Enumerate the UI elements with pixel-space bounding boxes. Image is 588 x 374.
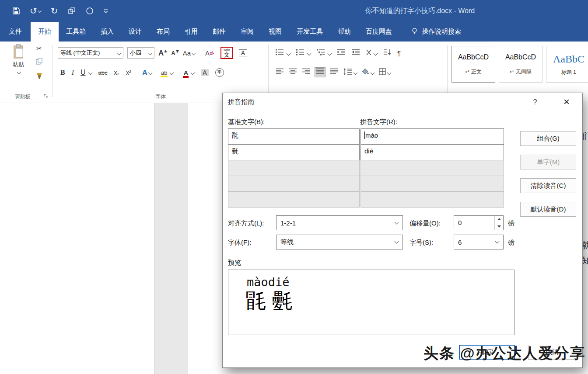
text-highlight-button[interactable]: ab xyxy=(161,70,167,76)
single-character-button: 单字(M) xyxy=(520,155,576,170)
preview-label: 预览 xyxy=(228,259,241,267)
underline-button[interactable]: U xyxy=(80,69,86,76)
clipboard-group-label: 剪贴板 xyxy=(0,93,46,100)
page-gap xyxy=(154,103,188,374)
strikethrough-button[interactable]: abc xyxy=(98,70,108,76)
superscript-button[interactable]: x² xyxy=(126,69,131,76)
ruby-text-field-2[interactable]: dié xyxy=(360,144,504,160)
italic-button[interactable]: I xyxy=(72,69,74,76)
increase-indent-icon[interactable] xyxy=(351,48,360,58)
phonetic-guide-button[interactable]: wén 文 xyxy=(220,47,233,59)
shrink-font-button[interactable]: A xyxy=(171,50,178,56)
line-spacing-icon[interactable] xyxy=(343,68,357,77)
offset-spinner[interactable]: 0 xyxy=(454,215,504,230)
change-case-button[interactable]: Aa xyxy=(183,50,195,56)
character-shading-button[interactable]: A xyxy=(201,69,208,76)
asian-layout-icon[interactable] xyxy=(366,49,377,58)
shading-icon[interactable] xyxy=(362,68,374,77)
justify-icon[interactable] xyxy=(315,68,325,77)
text-effects-button[interactable]: A xyxy=(142,69,152,76)
base-text-field-1[interactable]: 毷 xyxy=(228,128,360,145)
base-text-field-2[interactable]: 氎 xyxy=(228,144,360,160)
paste-button[interactable]: 粘贴 xyxy=(7,44,30,76)
alignment-combo[interactable]: 1-2-1 xyxy=(276,215,403,230)
character-border-button[interactable]: A xyxy=(239,49,247,56)
clear-reading-button[interactable]: 清除读音(C) xyxy=(520,178,576,193)
subscript-button[interactable]: x₂ xyxy=(114,69,119,76)
font-color-button[interactable]: A xyxy=(183,69,188,76)
font-size-combo[interactable]: 小四 xyxy=(127,47,154,59)
ruby-text-field-1[interactable]: mào xyxy=(360,128,504,145)
dialog-title: 拼音指南 xyxy=(228,98,254,106)
tell-me-search[interactable]: 操作说明搜索 xyxy=(411,22,461,42)
base-text-field-5 xyxy=(228,191,360,208)
document-text-fragment: 知 xyxy=(582,255,588,267)
offset-label: 偏移量(O): xyxy=(410,219,441,228)
ruby-text-field-3 xyxy=(360,160,504,176)
ruby-text-label: 拼音文字(R): xyxy=(360,118,397,126)
dialog-close-button[interactable]: × xyxy=(556,95,577,109)
tab-home[interactable]: 开始 xyxy=(31,22,59,42)
bullets-icon[interactable] xyxy=(275,48,290,58)
style-normal[interactable]: AaBbCcD ↵ 正文 xyxy=(452,46,495,83)
numbering-icon[interactable] xyxy=(296,48,311,58)
borders-icon[interactable] xyxy=(379,68,391,77)
size-combo[interactable]: 6 xyxy=(454,235,504,249)
redo-icon[interactable]: ↻ xyxy=(51,7,58,15)
customize-quick-access-icon[interactable] xyxy=(103,8,108,14)
tab-developer[interactable]: 开发工具 xyxy=(289,22,330,42)
sort-icon[interactable] xyxy=(383,48,392,58)
align-center-icon[interactable] xyxy=(289,68,297,76)
font-name-combo[interactable]: 等线 (中文正文) xyxy=(58,47,123,59)
tab-help[interactable]: 帮助 xyxy=(330,22,358,42)
align-left-icon[interactable] xyxy=(276,68,284,76)
decrease-indent-icon[interactable] xyxy=(337,48,346,58)
spin-up-icon[interactable] xyxy=(495,216,503,223)
tab-file[interactable]: 文件 xyxy=(0,22,31,42)
tab-review[interactable]: 审阅 xyxy=(233,22,261,42)
align-right-icon[interactable] xyxy=(302,68,310,76)
spin-down-icon[interactable] xyxy=(495,223,503,230)
ribbon-tab-bar: 文件 开始 工具箱 插入 设计 布局 引用 邮件 审阅 视图 开发工具 帮助 百… xyxy=(0,22,588,42)
combine-button[interactable]: 组合(G) xyxy=(520,131,576,146)
font-combo[interactable]: 等线 xyxy=(276,235,403,249)
size-label: 字号(S): xyxy=(410,239,433,247)
tab-design[interactable]: 设计 xyxy=(121,22,149,42)
tab-view[interactable]: 视图 xyxy=(261,22,289,42)
ruby-text-field-5 xyxy=(360,191,504,208)
tab-layout[interactable]: 布局 xyxy=(149,22,177,42)
copy-icon[interactable] xyxy=(36,58,42,66)
enclose-characters-button[interactable]: 字 xyxy=(215,68,224,77)
format-painter-icon[interactable] xyxy=(36,73,42,81)
save-icon[interactable] xyxy=(12,7,20,15)
preview-ruby-text: màodié xyxy=(247,275,514,289)
distribute-icon[interactable] xyxy=(330,68,338,76)
phonetic-guide-dialog: 拼音指南 ? × 基准文字(B): 拼音文字(R): 毷 mào 氎 dié 组… xyxy=(222,93,583,368)
clear-formatting-button[interactable]: A xyxy=(205,50,214,56)
document-title: 你不知道的打字小技巧.docx - Word xyxy=(280,7,560,16)
tab-mailings[interactable]: 邮件 xyxy=(205,22,233,42)
touch-mode-icon[interactable] xyxy=(68,7,76,15)
tab-references[interactable]: 引用 xyxy=(177,22,205,42)
bold-button[interactable]: B xyxy=(60,69,65,76)
default-reading-button[interactable]: 默认读音(D) xyxy=(520,202,576,217)
document-text-fragment: 们 xyxy=(582,130,588,142)
clipboard-dialog-launcher[interactable] xyxy=(44,92,48,100)
tab-insert[interactable]: 插入 xyxy=(93,22,121,42)
dialog-help-button[interactable]: ? xyxy=(529,97,541,108)
title-bar: ↺ ↻ 你不知道的打字小技巧.docx - Word xyxy=(0,0,588,22)
show-marks-icon[interactable]: ¶ xyxy=(397,50,401,56)
multilevel-list-icon[interactable] xyxy=(316,48,331,58)
grow-font-button[interactable]: A xyxy=(158,49,167,57)
cut-icon[interactable]: ✂ xyxy=(36,45,42,52)
base-text-label: 基准文字(B): xyxy=(228,118,265,126)
style-heading-1[interactable]: AaBbC 标题 1 xyxy=(546,46,588,83)
tab-baidu-netdisk[interactable]: 百度网盘 xyxy=(358,22,399,42)
base-text-field-3 xyxy=(228,160,360,176)
alignment-label: 对齐方式(L): xyxy=(228,219,264,228)
undo-icon[interactable]: ↺ xyxy=(30,7,41,15)
style-no-spacing[interactable]: AaBbCcD ↵ 无间隔 xyxy=(499,46,542,83)
oval-shape-icon[interactable] xyxy=(86,7,94,15)
tab-toolbox[interactable]: 工具箱 xyxy=(59,22,93,42)
size-unit: 磅 xyxy=(508,239,514,247)
